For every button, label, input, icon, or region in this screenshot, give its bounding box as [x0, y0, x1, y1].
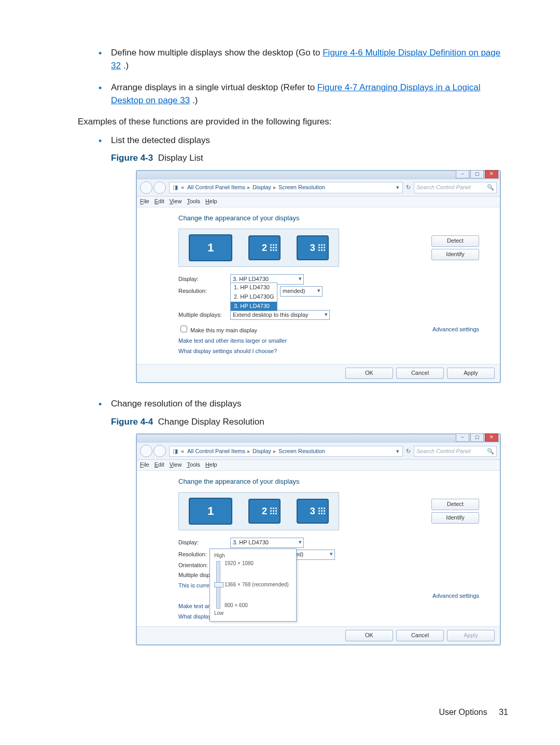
multiple-displays-dropdown[interactable]: Extend desktop to this display [230, 310, 330, 320]
resolution-slider-popup[interactable]: High 1920 × 1080 1366 × 768 (recommended… [209, 549, 297, 622]
monitor-1[interactable]: 1 [189, 234, 232, 261]
bullet-define-displays: Define how multiple displays show the de… [99, 47, 508, 72]
window-close-button[interactable]: ✕ [485, 170, 498, 178]
footer-section: User Options [439, 708, 487, 716]
search-input[interactable]: Search Control Panel 🔍 [414, 446, 497, 457]
page-footer: User Options 31 [439, 708, 508, 717]
nav-forward-button[interactable] [153, 181, 166, 194]
detect-button[interactable]: Detect [431, 235, 479, 247]
nav-back-button[interactable] [140, 445, 152, 457]
intro-text: Examples of these functions are provided… [78, 117, 508, 127]
menu-bar[interactable]: File Edit View Tools Help [137, 196, 500, 207]
monitor-3[interactable]: 3 [297, 235, 329, 260]
window-minimize-button[interactable]: – [456, 433, 469, 442]
screen-resolution-window-2: – ▢ ✕ ◨ « All Control Panel Items▸Displa… [136, 433, 501, 645]
apply-button[interactable]: Apply [447, 630, 495, 641]
breadcrumb[interactable]: ◨ « All Control Panel Items▸Display▸Scre… [169, 182, 403, 193]
monitor-arrangement[interactable]: 1 2 3 [178, 229, 339, 267]
resolution-label: Resolution: [178, 287, 225, 296]
resolution-slider-thumb[interactable] [214, 582, 223, 587]
fig-4-4-title: Change Display Resolution [158, 417, 264, 427]
display-dropdown[interactable]: 3. HP LD4730 [230, 538, 304, 548]
monitor-2[interactable]: 2 [248, 235, 281, 260]
window-heading: Change the appearance of your displays [178, 214, 479, 223]
monitor-arrangement[interactable]: 1 2 3 [178, 492, 339, 530]
menu-bar[interactable]: File Edit View Tools Help [137, 460, 500, 471]
identify-button[interactable]: Identify [431, 249, 479, 260]
window-maximize-button[interactable]: ▢ [470, 170, 484, 178]
window-close-button[interactable]: ✕ [485, 433, 498, 442]
advanced-settings-link[interactable]: Advanced settings [432, 326, 479, 334]
window-maximize-button[interactable]: ▢ [470, 433, 484, 442]
fig-4-4-label: Figure 4-4 [111, 417, 153, 427]
fig-4-3-label: Figure 4-3 [111, 153, 153, 163]
footer-page-number: 31 [499, 708, 508, 716]
apply-button[interactable]: Apply [447, 368, 495, 379]
advanced-settings-link[interactable]: Advanced settings [432, 592, 479, 600]
nav-forward-button[interactable] [153, 445, 166, 457]
ok-button[interactable]: OK [345, 630, 393, 641]
resolution-slider-track[interactable] [216, 561, 220, 609]
cancel-button[interactable]: Cancel [396, 368, 444, 379]
breadcrumb[interactable]: ◨ « All Control Panel Items▸Display▸Scre… [169, 446, 403, 457]
display-dropdown-list[interactable]: 1. HP LD4730 2. HP LD4730G 3. HP LD4730 [230, 283, 277, 312]
display-label: Display: [178, 539, 225, 547]
text-size-link[interactable]: Make text and other items larger or smal… [178, 337, 479, 345]
bullet-arrange-displays: Arrange displays in a single virtual des… [99, 81, 508, 107]
detect-button[interactable]: Detect [431, 499, 479, 510]
search-input[interactable]: Search Control Panel 🔍 [414, 182, 497, 193]
display-settings-help-link[interactable]: What display settings should I choose? [178, 347, 479, 356]
fig-4-3-title: Display List [158, 153, 203, 163]
resolution-dropdown-partial[interactable]: mended) [280, 286, 323, 297]
search-icon: 🔍 [487, 447, 494, 456]
monitor-3[interactable]: 3 [297, 499, 329, 524]
top-bullets-list: Define how multiple displays show the de… [99, 47, 508, 107]
bullet-change-resolution: Change resolution of the displays Figure… [99, 398, 508, 645]
identify-button[interactable]: Identify [431, 512, 479, 524]
window-heading: Change the appearance of your displays [178, 477, 479, 487]
make-main-checkbox[interactable] [180, 326, 187, 332]
monitor-2[interactable]: 2 [248, 499, 281, 524]
window-minimize-button[interactable]: – [456, 170, 469, 178]
monitor-1[interactable]: 1 [189, 498, 232, 525]
cancel-button[interactable]: Cancel [396, 630, 444, 641]
display-label: Display: [178, 275, 225, 284]
screen-resolution-window-1: – ▢ ✕ ◨ « All Control Panel Items▸Displa… [136, 170, 501, 383]
multiple-displays-label: Multiple displays: [178, 311, 225, 319]
bullet-list-displays: List the detected displays Figure 4-3 Di… [99, 134, 508, 384]
ok-button[interactable]: OK [345, 368, 393, 379]
nav-back-button[interactable] [140, 181, 152, 194]
search-icon: 🔍 [487, 184, 494, 192]
